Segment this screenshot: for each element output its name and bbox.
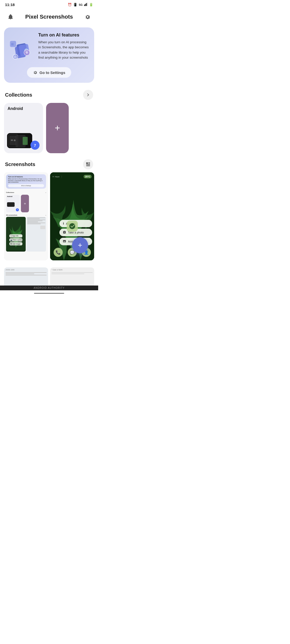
mini-collections-label: Collections › <box>4 191 48 194</box>
collections-section-header: Collections <box>0 88 98 103</box>
ai-text-block: Turn on AI features When you turn on AI … <box>38 32 89 60</box>
mini-android-card: Android 7 <box>6 195 20 212</box>
view-toggle-button[interactable] <box>83 159 93 169</box>
mini-app-screenshot: Turn on AI features When you turn on AI … <box>4 172 48 260</box>
signal-icon <box>84 3 88 7</box>
fab-plus-icon: + <box>78 241 82 250</box>
scroll-bar <box>34 293 64 294</box>
gear-icon <box>85 14 91 20</box>
mini-add-card: + <box>21 195 29 212</box>
ai-banner-title: Turn on AI features <box>38 32 89 38</box>
ai-banner-description: When you turn on AI processing in Screen… <box>38 40 89 60</box>
screenshot-thumb-fern[interactable]: ≡ Haze ⋮ 25°C ℹ App info <box>50 172 94 260</box>
dock-phone-icon: 📞 <box>54 248 63 257</box>
svg-text:🖼 Add image: 🖼 Add image <box>10 243 20 245</box>
collections-expand-button[interactable] <box>83 90 93 100</box>
scroll-indicator <box>0 290 98 295</box>
svg-text:ⓘ App info: ⓘ App info <box>10 235 19 237</box>
vibrate-icon: 📳 <box>73 3 77 7</box>
mini-screenshots-label: All screenshots › <box>4 213 48 217</box>
mini-collections-row: Android 7 + <box>4 194 48 213</box>
screenshot-thumb-app[interactable]: Turn on AI features When you turn on AI … <box>4 172 48 260</box>
svg-rect-2 <box>86 3 87 6</box>
phone-dock: 📞 💬 👤 <box>50 248 94 257</box>
screenshot-grid: Turn on AI features When you turn on AI … <box>0 172 98 260</box>
mini-doc-thumb <box>26 217 46 252</box>
svg-rect-20 <box>23 137 28 145</box>
app-header: Pixel Screenshots <box>0 8 98 24</box>
info-icon: ℹ <box>63 222 64 225</box>
fab-add-button[interactable]: + <box>72 237 88 253</box>
svg-text:🏷: 🏷 <box>14 55 17 58</box>
grid-view-icon <box>86 162 91 167</box>
mini-screenshot-grid: ⓘ App info 📷 Take a photo 🖼 Add image <box>4 217 48 252</box>
svg-text:✉ ⊕: ✉ ⊕ <box>11 139 16 142</box>
svg-rect-3 <box>87 3 88 6</box>
mini-fern-screenshot: ≡ Haze ⋮ 25°C ℹ App info <box>50 172 94 260</box>
weather-top-bar: ≡ Haze ⋮ 25°C <box>50 175 94 178</box>
battery-icon: 🔋 <box>89 3 93 7</box>
svg-rect-1 <box>85 4 86 6</box>
svg-rect-23 <box>88 164 90 164</box>
mini-ai-banner: Turn on AI features When you turn on AI … <box>6 174 46 189</box>
collection-card-label: Android <box>8 106 23 111</box>
go-to-settings-button[interactable]: Go to Settings <box>27 67 71 78</box>
collections-row: Android ✉ ⊕ 7 + <box>0 103 98 159</box>
ai-banner-content: ⊞ ◎ ⊕ 🏷 Tur <box>9 32 89 63</box>
screenshots-app-logo: Screenshots <box>66 221 78 235</box>
partial-thumb-1: 25/08 1999 <box>4 267 48 286</box>
bell-icon <box>8 14 14 20</box>
collection-card-android[interactable]: Android ✉ ⊕ 7 <box>4 103 43 153</box>
svg-text:📷 Take a photo: 📷 Take a photo <box>10 239 22 241</box>
screenshots-section: Screenshots Turn on AI features When you… <box>0 159 98 265</box>
watermark: ANDROID AUTHORITY <box>0 286 98 290</box>
svg-rect-24 <box>86 165 90 165</box>
svg-rect-0 <box>84 5 85 6</box>
status-icons: ⏰ 📳 5G 🔋 <box>68 3 93 7</box>
ai-features-banner: ⊞ ◎ ⊕ 🏷 Tur <box>4 27 94 83</box>
bottom-partial-row: 25/08 1999 * Date of Birth <box>0 265 98 286</box>
svg-text:⊞: ⊞ <box>11 42 14 46</box>
collections-title: Collections <box>5 92 32 98</box>
alarm-icon: ⏰ <box>68 3 72 7</box>
5g-icon: 5G <box>79 3 83 6</box>
settings-btn-icon <box>33 70 38 75</box>
svg-text:⊕: ⊕ <box>25 51 28 54</box>
watermark-text: ANDROID AUTHORITY <box>33 287 64 289</box>
camera-icon <box>63 231 66 234</box>
chevron-right-icon <box>86 93 90 97</box>
notifications-button[interactable] <box>5 11 16 22</box>
collection-count: 7 <box>34 143 36 147</box>
status-time: 11:18 <box>5 3 15 7</box>
ai-illustration: ⊞ ◎ ⊕ 🏷 <box>9 32 34 63</box>
settings-button[interactable] <box>82 11 93 22</box>
screenshots-section-header: Screenshots <box>0 159 98 172</box>
image-icon <box>63 240 66 243</box>
collection-thumb: ✉ ⊕ <box>7 133 32 148</box>
svg-rect-21 <box>86 163 88 164</box>
screenshots-app-icon <box>67 221 78 232</box>
screenshots-title: Screenshots <box>5 162 35 167</box>
svg-rect-25 <box>86 166 90 166</box>
screenshots-app-label: Screenshots <box>66 233 78 235</box>
plus-icon: + <box>55 123 60 133</box>
add-collection-button[interactable]: + <box>46 103 69 153</box>
weather-haze-label: ≡ Haze ⋮ <box>53 175 63 178</box>
svg-rect-22 <box>88 163 90 163</box>
settings-btn-label: Go to Settings <box>40 70 65 75</box>
status-bar: 11:18 ⏰ 📳 5G 🔋 <box>0 0 98 8</box>
mini-fern-thumb: ⓘ App info 📷 Take a photo 🖼 Add image <box>6 217 26 252</box>
weather-temp-badge: 25°C <box>84 175 92 178</box>
collection-count-badge: 7 <box>30 141 40 150</box>
partial-thumb-2: * Date of Birth <box>50 267 94 286</box>
page-title: Pixel Screenshots <box>25 14 73 20</box>
